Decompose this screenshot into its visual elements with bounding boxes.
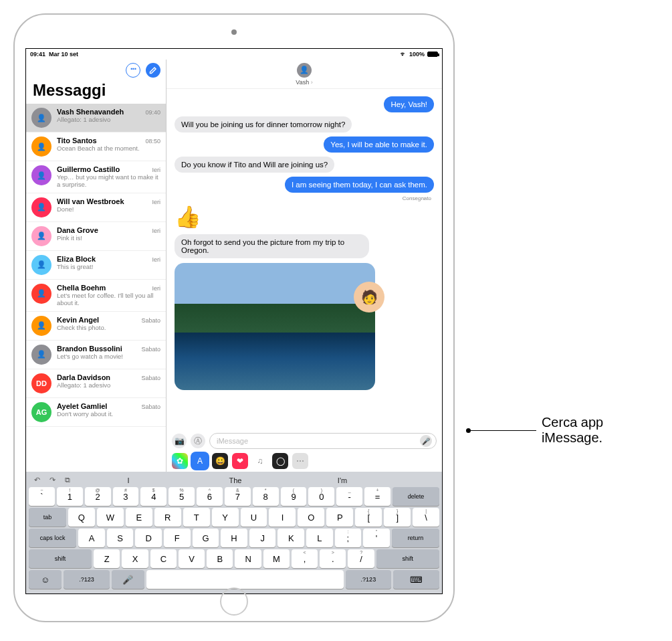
- key-[[interactable]: {[: [355, 508, 382, 527]
- conversation-item[interactable]: 👤 Eliza Block Ieri This is great!: [26, 251, 166, 280]
- key-d[interactable]: D: [135, 529, 162, 547]
- message-bubble[interactable]: Hey, Vash!: [384, 96, 434, 112]
- key-.[interactable]: >.: [320, 549, 346, 568]
- key-n[interactable]: N: [235, 549, 261, 568]
- key-t[interactable]: T: [183, 508, 210, 527]
- key-a[interactable]: A: [78, 529, 105, 547]
- camera-button[interactable]: 📷: [172, 434, 187, 448]
- key-c[interactable]: C: [150, 549, 177, 568]
- conversation-item[interactable]: 👤 Vash Shenavandeh 09:40 Allegato: 1 ade…: [26, 104, 166, 132]
- key-w[interactable]: W: [97, 508, 124, 527]
- key-j[interactable]: J: [249, 529, 276, 547]
- key-space[interactable]: [146, 570, 344, 589]
- key-4[interactable]: $4: [140, 487, 166, 506]
- suggestion[interactable]: I: [80, 476, 177, 484]
- chat-header[interactable]: 👤 Vash: [166, 60, 442, 89]
- key-dictate[interactable]: 🎤: [112, 570, 144, 589]
- key-r[interactable]: R: [154, 508, 181, 527]
- key-1[interactable]: !1: [57, 487, 83, 506]
- key-`[interactable]: ~`: [29, 487, 55, 506]
- key-delete[interactable]: delete: [393, 487, 439, 506]
- app-digital-touch[interactable]: ❤: [232, 453, 248, 469]
- key-numbers-left[interactable]: .?123: [64, 570, 110, 589]
- key-h[interactable]: H: [221, 529, 247, 547]
- key-l[interactable]: L: [306, 529, 333, 547]
- key-0[interactable]: )0: [308, 487, 334, 506]
- conversation-item[interactable]: AG Ayelet Gamliel Sabato Don't worry abo…: [26, 398, 166, 427]
- key-shift-right[interactable]: shift: [376, 549, 439, 568]
- key-f[interactable]: F: [164, 529, 191, 547]
- key-x[interactable]: X: [122, 549, 148, 568]
- key-return[interactable]: return: [392, 529, 439, 547]
- key-capslock[interactable]: caps lock: [29, 529, 76, 547]
- key-9[interactable]: (9: [281, 487, 307, 506]
- key-5[interactable]: %5: [169, 487, 195, 506]
- redo-button[interactable]: ↷: [49, 476, 55, 484]
- key-q[interactable]: Q: [68, 508, 95, 527]
- message-thread[interactable]: Hey, Vash!Will you be joining us for din…: [166, 89, 442, 430]
- clipboard-button[interactable]: ⧉: [65, 476, 70, 484]
- app-music[interactable]: ♫: [252, 453, 268, 469]
- key-/[interactable]: ?/: [348, 549, 374, 568]
- key-z[interactable]: Z: [94, 549, 120, 568]
- conversation-item[interactable]: 👤 Tito Santos 08:50 Ocean Beach at the m…: [26, 132, 166, 161]
- compose-button[interactable]: [146, 63, 160, 78]
- key-3[interactable]: #3: [113, 487, 139, 506]
- key-m[interactable]: M: [263, 549, 290, 568]
- key-,[interactable]: <,: [292, 549, 318, 568]
- key-][interactable]: }]: [384, 508, 411, 527]
- key-\[interactable]: |\: [413, 508, 439, 527]
- key-i[interactable]: I: [269, 508, 296, 527]
- key-b[interactable]: B: [207, 549, 233, 568]
- apps-toggle-button[interactable]: Ⓐ: [191, 434, 205, 448]
- key-e[interactable]: E: [126, 508, 152, 527]
- message-bubble[interactable]: Oh forgot to send you the picture from m…: [175, 234, 369, 258]
- app-photos[interactable]: ✿: [172, 453, 188, 469]
- more-button[interactable]: ···: [126, 63, 140, 78]
- key-u[interactable]: U: [241, 508, 267, 527]
- conversation-item[interactable]: 👤 Brandon Bussolini Sabato Let's go watc…: [26, 341, 166, 369]
- message-bubble[interactable]: Will you be joining us for dinner tomorr…: [175, 116, 352, 132]
- key-7[interactable]: &7: [225, 487, 251, 506]
- conversation-item[interactable]: DD Darla Davidson Sabato Allegato: 1 ade…: [26, 369, 166, 398]
- message-bubble[interactable]: Yes, I will be able to make it.: [324, 136, 434, 153]
- key-y[interactable]: Y: [212, 508, 239, 527]
- key-numbers-right[interactable]: .?123: [346, 570, 392, 589]
- key-g[interactable]: G: [193, 529, 219, 547]
- suggestion[interactable]: I'm: [294, 476, 391, 484]
- key-2[interactable]: @2: [85, 487, 111, 506]
- key-s[interactable]: S: [107, 529, 134, 547]
- conversation-item[interactable]: 👤 Kevin Angel Sabato Check this photo.: [26, 312, 166, 341]
- app-store[interactable]: A: [192, 453, 208, 469]
- key-=[interactable]: +=: [364, 487, 390, 506]
- key-k[interactable]: K: [277, 529, 304, 547]
- key-tab[interactable]: tab: [29, 508, 66, 527]
- key-v[interactable]: V: [179, 549, 205, 568]
- conversation-item[interactable]: 👤 Guillermo Castillo Ieri Yep… but you m…: [26, 161, 166, 193]
- key-shift-left[interactable]: shift: [29, 549, 92, 568]
- key-emoji[interactable]: ☺: [29, 570, 62, 589]
- key-6[interactable]: ^6: [197, 487, 223, 506]
- key-p[interactable]: P: [326, 508, 353, 527]
- message-bubble[interactable]: I am seeing them today, I can ask them.: [285, 177, 434, 193]
- avatar: 👤: [31, 197, 51, 217]
- home-button[interactable]: [220, 587, 248, 616]
- undo-button[interactable]: ↶: [34, 476, 40, 484]
- message-input[interactable]: iMessage 🎤: [209, 433, 437, 449]
- dictate-button[interactable]: 🎤: [420, 435, 432, 447]
- conversation-item[interactable]: 👤 Will van Westbroek Ieri Done!: [26, 193, 166, 222]
- app-more[interactable]: ⋯: [292, 453, 308, 469]
- key-8[interactable]: *8: [253, 487, 279, 506]
- key--[interactable]: _-: [336, 487, 362, 506]
- suggestion[interactable]: The: [187, 476, 284, 484]
- app-animoji[interactable]: ◯: [272, 453, 288, 469]
- conversation-item[interactable]: 👤 Dana Grove Ieri Pink it is!: [26, 222, 166, 251]
- key-hide-keyboard[interactable]: ⌨: [393, 570, 439, 589]
- conversation-item[interactable]: 👤 Chella Boehm Ieri Let's meet for coffe…: [26, 280, 166, 312]
- key-o[interactable]: O: [298, 508, 324, 527]
- photo-attachment[interactable]: 🧑: [175, 263, 375, 390]
- key-;[interactable]: :;: [335, 529, 362, 547]
- message-bubble[interactable]: Do you know if Tito and Will are joining…: [175, 157, 334, 173]
- key-'[interactable]: "': [363, 529, 390, 547]
- app-memoji[interactable]: 😀: [212, 453, 228, 469]
